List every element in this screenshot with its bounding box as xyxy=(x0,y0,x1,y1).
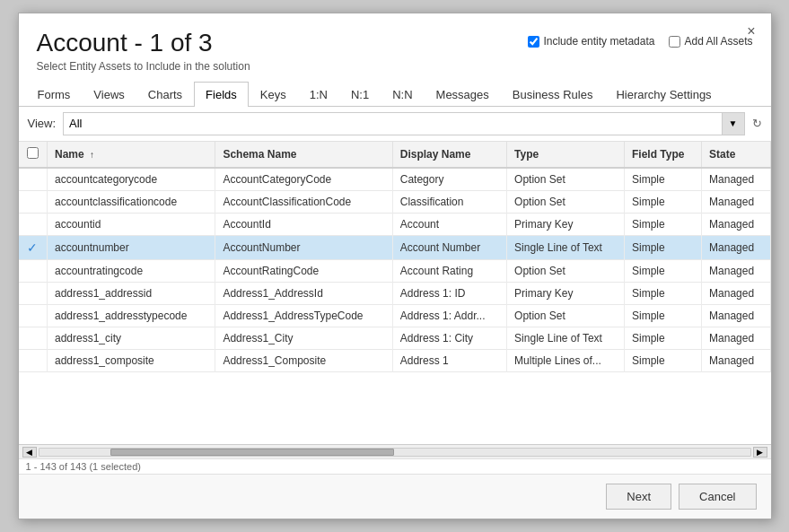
col-check[interactable] xyxy=(19,142,48,168)
row-field-type: Simple xyxy=(625,168,702,191)
row-display: Account Number xyxy=(392,235,506,259)
table-row[interactable]: address1_composite Address1_Composite Ad… xyxy=(19,349,771,371)
row-state: Managed xyxy=(702,304,770,327)
row-field-type: Simple xyxy=(625,213,702,235)
row-schema: AccountId xyxy=(215,213,392,235)
horizontal-scrollbar[interactable]: ◀ ▶ xyxy=(19,444,771,458)
row-state: Managed xyxy=(702,349,770,371)
record-count-label: 1 - 143 of 143 (1 selected) xyxy=(26,461,141,472)
tab-business-rules[interactable]: Business Rules xyxy=(501,82,605,107)
title-bar: Account - 1 of 3 Select Entity Assets to… xyxy=(19,13,771,78)
row-state: Managed xyxy=(702,235,770,259)
tab-views[interactable]: Views xyxy=(82,82,136,107)
row-name: accountid xyxy=(48,213,215,235)
row-schema: AccountClassificationCode xyxy=(215,190,392,213)
row-check[interactable] xyxy=(19,259,48,282)
table-wrapper[interactable]: Name ↑ Schema Name Display Name Type Fie… xyxy=(19,142,771,444)
next-button[interactable]: Next xyxy=(606,484,671,510)
row-name: address1_city xyxy=(48,327,215,349)
row-field-type: Simple xyxy=(625,349,702,371)
tab-hierarchy-settings[interactable]: Hierarchy Settings xyxy=(604,82,723,107)
scrollbar-thumb[interactable] xyxy=(110,449,395,456)
tab-1n[interactable]: 1:N xyxy=(298,82,339,107)
row-schema: Address1_AddressTypeCode xyxy=(215,304,392,327)
row-state: Managed xyxy=(702,213,770,235)
row-display: Account xyxy=(392,213,506,235)
view-label: View: xyxy=(28,117,57,130)
row-type: Option Set xyxy=(507,259,625,282)
row-check[interactable] xyxy=(19,327,48,349)
row-field-type: Simple xyxy=(625,190,702,213)
row-check[interactable] xyxy=(19,349,48,371)
refresh-icon[interactable]: ↻ xyxy=(752,117,762,130)
tab-forms[interactable]: Forms xyxy=(26,82,83,107)
scroll-left-button[interactable]: ◀ xyxy=(22,447,37,458)
row-name: address1_addresstypecode xyxy=(48,304,215,327)
table-row[interactable]: accountratingcode AccountRatingCode Acco… xyxy=(19,259,771,282)
row-schema: AccountCategoryCode xyxy=(215,168,392,191)
include-metadata-label[interactable]: Include entity metadata xyxy=(528,35,654,48)
add-all-assets-label[interactable]: Add All Assets xyxy=(669,35,752,48)
row-check[interactable] xyxy=(19,168,48,191)
include-metadata-checkbox[interactable] xyxy=(528,36,539,48)
tab-messages[interactable]: Messages xyxy=(425,82,501,107)
row-check[interactable] xyxy=(19,304,48,327)
view-bar: View: All Custom Managed ▼ ↻ xyxy=(19,107,771,142)
add-all-assets-checkbox[interactable] xyxy=(669,36,680,48)
select-all-checkbox[interactable] xyxy=(27,147,39,159)
row-type: Single Line of Text xyxy=(507,235,625,259)
dialog-title: Account - 1 of 3 xyxy=(37,30,250,57)
row-type: Option Set xyxy=(507,304,625,327)
table-row[interactable]: address1_city Address1_City Address 1: C… xyxy=(19,327,771,349)
row-name: accountratingcode xyxy=(48,259,215,282)
row-field-type: Simple xyxy=(625,259,702,282)
row-state: Managed xyxy=(702,168,770,191)
tab-fields[interactable]: Fields xyxy=(194,82,249,107)
sort-asc-icon: ↑ xyxy=(90,150,94,160)
scrollbar-track[interactable] xyxy=(39,448,751,457)
row-name: address1_composite xyxy=(48,349,215,371)
row-type: Option Set xyxy=(507,190,625,213)
row-check[interactable] xyxy=(19,190,48,213)
row-schema: Address1_AddressId xyxy=(215,282,392,304)
tab-keys[interactable]: Keys xyxy=(249,82,298,107)
view-select[interactable]: All Custom Managed xyxy=(63,112,744,135)
table-row[interactable]: address1_addressid Address1_AddressId Ad… xyxy=(19,282,771,304)
row-display: Address 1: ID xyxy=(392,282,506,304)
status-bar: 1 - 143 of 143 (1 selected) xyxy=(19,458,771,474)
row-type: Multiple Lines of... xyxy=(507,349,625,371)
include-metadata-text: Include entity metadata xyxy=(543,35,654,48)
scroll-right-button[interactable]: ▶ xyxy=(753,447,767,458)
footer: Next Cancel xyxy=(19,474,771,519)
row-check[interactable]: ✓ xyxy=(19,235,48,259)
dialog-subtitle: Select Entity Assets to Include in the s… xyxy=(37,60,250,73)
row-display: Address 1 xyxy=(392,349,506,371)
main-dialog: × Account - 1 of 3 Select Entity Assets … xyxy=(18,13,772,519)
row-display: Address 1: Addr... xyxy=(392,304,506,327)
row-state: Managed xyxy=(702,259,770,282)
row-name: accountcategorycode xyxy=(48,168,215,191)
col-schema-name: Schema Name xyxy=(215,142,392,168)
row-type: Primary Key xyxy=(507,213,625,235)
table-row[interactable]: accountcategorycode AccountCategoryCode … xyxy=(19,168,771,191)
col-state: State xyxy=(702,142,770,168)
table-row[interactable]: accountid AccountId Account Primary Key … xyxy=(19,213,771,235)
tab-nn[interactable]: N:N xyxy=(381,82,424,107)
row-schema: AccountRatingCode xyxy=(215,259,392,282)
table-row[interactable]: accountclassificationcode AccountClassif… xyxy=(19,190,771,213)
table-row[interactable]: address1_addresstypecode Address1_Addres… xyxy=(19,304,771,327)
view-select-wrapper: All Custom Managed ▼ xyxy=(63,112,744,135)
tab-n1[interactable]: N:1 xyxy=(339,82,381,107)
cancel-button[interactable]: Cancel xyxy=(679,484,756,510)
row-state: Managed xyxy=(702,327,770,349)
row-check[interactable] xyxy=(19,282,48,304)
table-row-selected[interactable]: ✓ accountnumber AccountNumber Account Nu… xyxy=(19,235,771,259)
row-display: Account Rating xyxy=(392,259,506,282)
close-button[interactable]: × xyxy=(742,22,759,40)
row-name: accountclassificationcode xyxy=(48,190,215,213)
row-state: Managed xyxy=(702,190,770,213)
row-check[interactable] xyxy=(19,213,48,235)
tab-charts[interactable]: Charts xyxy=(136,82,194,107)
col-name[interactable]: Name ↑ xyxy=(48,142,215,168)
row-display: Category xyxy=(392,168,506,191)
